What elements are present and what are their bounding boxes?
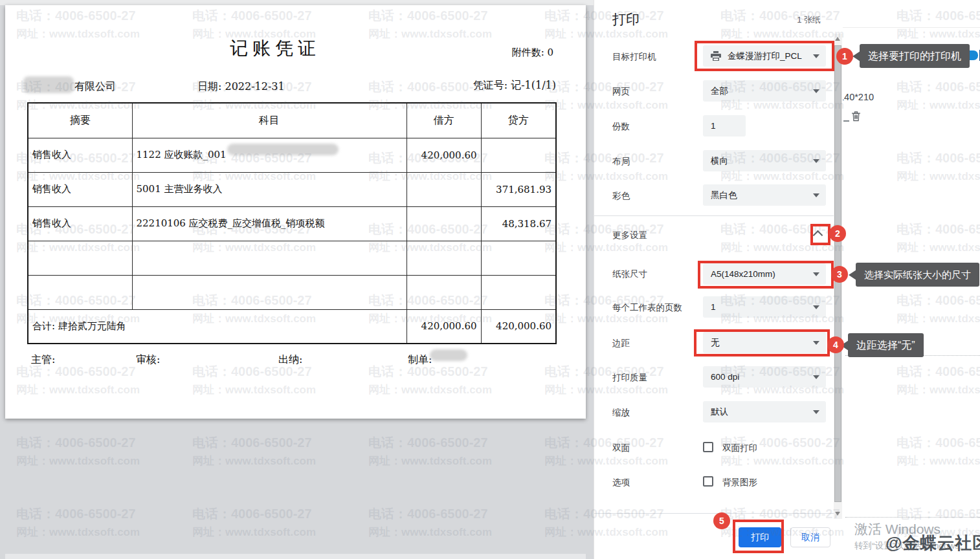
company-name-redaction xyxy=(23,76,74,93)
layout-value: 横向 xyxy=(711,156,728,166)
highlight-box-more-settings xyxy=(810,224,830,245)
margins-label: 边距 xyxy=(612,338,630,349)
voucher-table: 摘要 科目 借方 贷方 销售收入 1122 应收账款_001 420,000.6… xyxy=(27,102,557,344)
chevron-down-icon xyxy=(813,305,819,309)
col-header-summary: 摘要 xyxy=(28,103,132,138)
duplex-label: 双面 xyxy=(612,443,630,454)
cell-credit xyxy=(481,275,556,309)
table-header-row: 摘要 科目 借方 贷方 xyxy=(28,103,556,138)
cell-summary xyxy=(28,275,132,309)
color-label: 彩色 xyxy=(612,190,630,202)
layout-select[interactable]: 横向 xyxy=(703,150,826,171)
paper-size-label: 纸张尺寸 xyxy=(612,269,647,280)
col-header-account: 科目 xyxy=(132,103,406,138)
table-row: 销售收入 1122 应收账款_001 420,000.60 xyxy=(28,138,556,172)
total-credit: 420,000.60 xyxy=(481,309,556,344)
options-label: 选项 xyxy=(612,477,630,488)
copies-input[interactable]: 1 xyxy=(703,115,746,137)
layout-label: 布局 xyxy=(612,156,630,168)
highlight-box-destination xyxy=(695,41,834,71)
paper-size-item[interactable]: 140*210 xyxy=(843,92,874,102)
col-header-debit: 借方 xyxy=(406,103,481,138)
print-preview-area: 记账凭证 附件数: 0 有限公司 日期: 2022-12-31 凭证号: 记-1… xyxy=(0,0,594,559)
pages-select[interactable]: 全部 xyxy=(703,80,826,102)
highlight-box-print-button xyxy=(733,520,784,553)
highlight-box-paper-size xyxy=(698,261,834,289)
pages-per-sheet-value: 1 xyxy=(711,302,716,312)
table-row: 销售收入 5001 主营业务收入 371,681.93 xyxy=(28,172,556,206)
chevron-down-icon xyxy=(813,159,819,163)
voucher-page: 记账凭证 附件数: 0 有限公司 日期: 2022-12-31 凭证号: 记-1… xyxy=(5,5,586,419)
cell-debit xyxy=(406,241,481,275)
sheet-count: 1 张纸 xyxy=(797,14,821,26)
scale-select[interactable]: 默认 xyxy=(703,401,826,422)
background-graphics-checkbox[interactable] xyxy=(703,476,713,487)
sig-preparer: 制单: xyxy=(408,353,432,367)
pages-per-sheet-select[interactable]: 1 xyxy=(703,296,826,318)
chevron-down-icon xyxy=(813,410,819,414)
preparer-redaction xyxy=(430,349,467,361)
col-header-credit: 贷方 xyxy=(481,103,556,138)
chevron-down-icon xyxy=(813,375,819,379)
cell-account xyxy=(132,275,406,309)
duplex-option-label: 双面打印 xyxy=(722,443,757,454)
more-settings-label: 更多设置 xyxy=(612,230,647,241)
callout-step1: 选择要打印的打印机 xyxy=(860,44,970,68)
cell-credit: 371,681.93 xyxy=(481,172,556,206)
pages-label: 网页 xyxy=(612,86,630,98)
dialog-title: 打印 xyxy=(612,10,640,28)
sig-reviewer: 审核: xyxy=(136,353,160,367)
callout-step3: 选择实际纸张大小的尺寸 xyxy=(856,263,979,287)
table-row xyxy=(28,241,556,275)
sig-supervisor: 主管: xyxy=(31,353,55,367)
cell-account: 22210106 应交税费_应交增值税_销项税额 xyxy=(132,206,406,241)
quality-select[interactable]: 600 dpi xyxy=(703,366,826,388)
preview-next-sheet-edge xyxy=(5,554,586,559)
dash-mark xyxy=(843,120,849,122)
step-badge-5: 5 xyxy=(713,512,730,529)
total-label: 合计: 肆拾贰万元陆角 xyxy=(28,309,406,344)
cell-debit xyxy=(406,275,481,309)
voucher-date: 日期: 2022-12-31 xyxy=(197,80,285,94)
table-row xyxy=(28,275,556,309)
account-text: 1122 应收账款_001 xyxy=(137,149,227,160)
color-value: 黑白色 xyxy=(711,190,737,200)
cell-summary: 销售收入 xyxy=(28,206,132,241)
quality-label: 打印质量 xyxy=(612,372,647,384)
scale-value: 默认 xyxy=(711,407,728,417)
sig-cashier: 出纳: xyxy=(278,353,302,367)
scroll-down-icon[interactable] xyxy=(835,512,840,516)
copies-label: 份数 xyxy=(612,121,630,133)
table-row: 销售收入 22210106 应交税费_应交增值税_销项税额 48,318.67 xyxy=(28,206,556,241)
cancel-button[interactable]: 取消 xyxy=(790,527,830,547)
step-badge-2: 2 xyxy=(829,225,846,242)
section-divider xyxy=(594,215,834,216)
highlight-box-margins xyxy=(694,329,830,356)
footer-divider xyxy=(594,513,834,514)
quality-value: 600 dpi xyxy=(711,372,739,382)
right-panel-divider xyxy=(843,27,980,28)
chevron-down-icon xyxy=(813,193,819,197)
screen: 记账凭证 附件数: 0 有限公司 日期: 2022-12-31 凭证号: 记-1… xyxy=(0,0,980,559)
duplex-checkbox[interactable] xyxy=(703,442,713,452)
community-watermark: @金蝶云社区 xyxy=(885,532,980,554)
step-badge-1: 1 xyxy=(836,48,853,65)
cell-summary: 销售收入 xyxy=(28,172,132,206)
cell-account: 1122 应收账款_001 xyxy=(132,138,406,172)
cell-account: 5001 主营业务收入 xyxy=(132,172,406,206)
color-select[interactable]: 黑白色 xyxy=(703,184,826,206)
cell-summary: 销售收入 xyxy=(28,138,132,172)
destination-label: 目标打印机 xyxy=(612,51,656,63)
scroll-up-icon[interactable] xyxy=(835,37,840,41)
dotted-divider xyxy=(845,517,980,518)
table-total-row: 合计: 肆拾贰万元陆角 420,000.60 420,000.60 xyxy=(28,309,556,344)
cell-credit xyxy=(481,241,556,275)
callout-step4: 边距选择“无” xyxy=(848,333,924,357)
trash-icon[interactable] xyxy=(851,111,861,124)
cell-debit xyxy=(406,172,481,206)
voucher-title: 记账凭证 xyxy=(230,36,320,61)
scale-label: 缩放 xyxy=(612,407,630,419)
attachment-count: 附件数: 0 xyxy=(512,47,553,59)
copies-value: 1 xyxy=(711,121,716,131)
background-graphics-label: 背景图形 xyxy=(722,477,757,488)
